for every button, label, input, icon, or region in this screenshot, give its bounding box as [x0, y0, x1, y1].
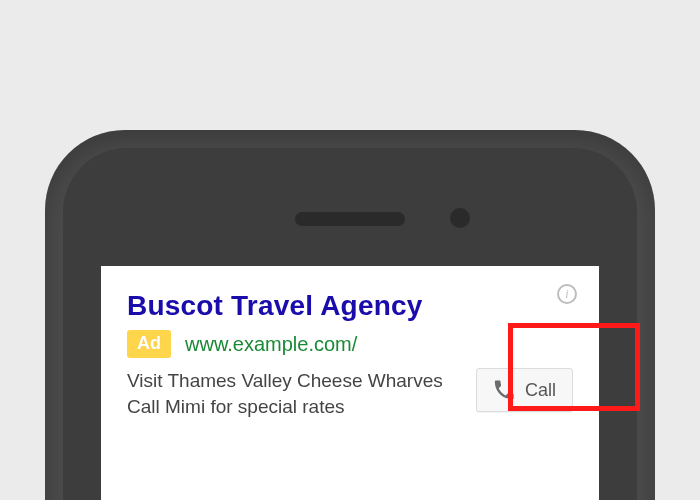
ad-description-line-2: Call Mimi for special rates	[127, 394, 460, 420]
phone-screen: i Buscot Travel Agency Ad www.example.co…	[101, 266, 599, 500]
phone-camera	[450, 208, 470, 228]
ad-url-line: Ad www.example.com/	[127, 330, 573, 358]
ad-display-url[interactable]: www.example.com/	[185, 333, 357, 356]
ad-badge: Ad	[127, 330, 171, 358]
ad-description-line-1: Visit Thames Valley Cheese Wharves	[127, 368, 460, 394]
phone-bezel: i Buscot Travel Agency Ad www.example.co…	[63, 148, 637, 500]
info-icon[interactable]: i	[557, 284, 577, 304]
phone-frame: i Buscot Travel Agency Ad www.example.co…	[45, 130, 655, 500]
ad-body: Visit Thames Valley Cheese Wharves Call …	[127, 368, 573, 419]
search-ad-card: i Buscot Travel Agency Ad www.example.co…	[113, 278, 587, 433]
call-button-label: Call	[525, 380, 556, 401]
phone-speaker	[295, 212, 405, 226]
call-button[interactable]: Call	[476, 368, 573, 412]
ad-headline[interactable]: Buscot Travel Agency	[127, 290, 573, 322]
phone-icon	[493, 379, 515, 401]
stage: i Buscot Travel Agency Ad www.example.co…	[0, 0, 700, 500]
ad-description: Visit Thames Valley Cheese Wharves Call …	[127, 368, 460, 419]
